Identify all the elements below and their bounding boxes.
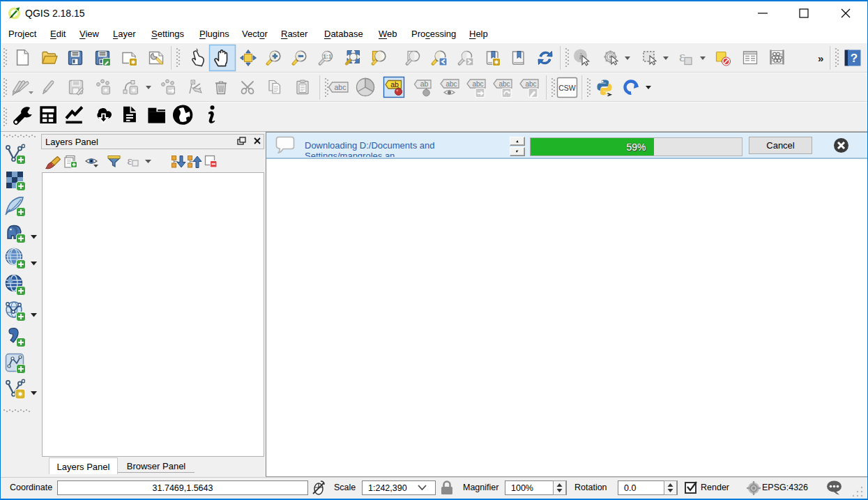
svg-text:abc: abc bbox=[498, 80, 510, 88]
svg-text:?: ? bbox=[851, 52, 858, 65]
svg-text:i: i bbox=[579, 51, 582, 61]
svg-text:ab: ab bbox=[390, 80, 399, 89]
svg-text:1:1: 1:1 bbox=[323, 53, 332, 60]
svg-text:CSW: CSW bbox=[558, 84, 576, 92]
svg-text:ε: ε bbox=[127, 154, 132, 167]
svg-text:abc: abc bbox=[446, 80, 457, 88]
svg-text:abc: abc bbox=[525, 80, 536, 88]
svg-text:ab: ab bbox=[420, 79, 429, 88]
svg-text:abc: abc bbox=[335, 83, 347, 91]
svg-text:»: » bbox=[818, 52, 823, 64]
svg-text:abc: abc bbox=[472, 80, 483, 88]
